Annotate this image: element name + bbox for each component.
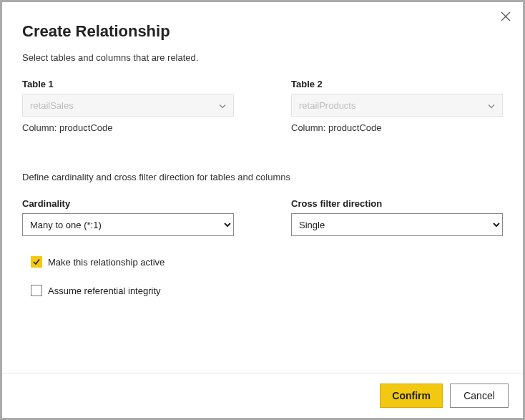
dialog-subtitle: Select tables and columns that are relat… [22,52,503,63]
chevron-down-icon [219,100,226,111]
table2-select-value: retailProducts [299,100,355,111]
cardinality-help-text: Define cardinality and cross filter dire… [22,172,503,182]
create-relationship-dialog: Create Relationship Select tables and co… [2,2,523,418]
cardinality-label: Cardinality [22,198,234,209]
cross-filter-select[interactable]: Single [291,213,503,236]
cancel-button[interactable]: Cancel [450,384,509,408]
referential-integrity-label: Assume referential integrity [48,285,161,296]
cardinality-select[interactable]: Many to one (*:1) [22,213,234,236]
referential-integrity-checkbox[interactable] [31,285,42,296]
close-icon[interactable] [499,9,513,24]
dialog-title: Create Relationship [22,22,503,41]
dialog-footer: Confirm Cancel [2,373,523,418]
table1-select-value: retailSales [30,100,74,111]
table1-select[interactable]: retailSales [22,94,234,117]
confirm-button[interactable]: Confirm [380,384,443,408]
active-checkbox-label: Make this relationship active [48,257,165,268]
table1-column: Column: productCode [22,122,234,133]
active-checkbox[interactable] [31,256,42,268]
table2-column: Column: productCode [291,122,503,133]
table2-select[interactable]: retailProducts [291,94,503,117]
chevron-down-icon [488,100,495,111]
cross-filter-label: Cross filter direction [291,198,503,209]
table1-label: Table 1 [22,79,234,89]
table2-label: Table 2 [291,79,503,89]
